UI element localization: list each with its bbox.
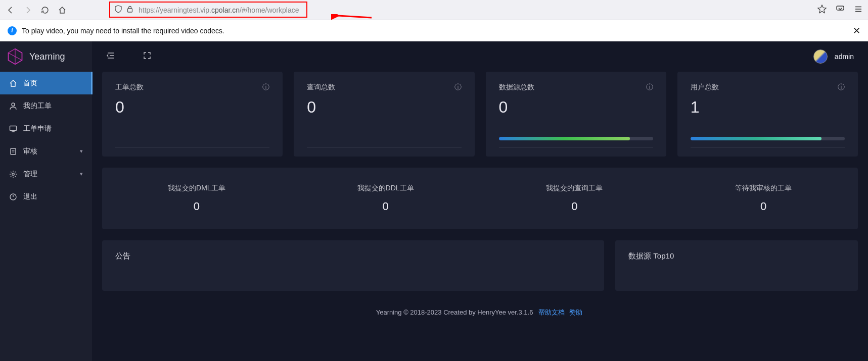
url-bar[interactable]: https://yearningtest.vip.cpolar.cn/#/hom… bbox=[114, 3, 801, 18]
url-text: https://yearningtest.vip.cpolar.cn/#/hom… bbox=[139, 6, 299, 14]
topbar: admin bbox=[92, 41, 868, 72]
lock-icon bbox=[126, 6, 133, 15]
summary-cell-query: 我提交的查询工单 0 bbox=[480, 184, 669, 213]
submission-summary-card: 我提交的DML工单 0 我提交的DDL工单 0 我提交的查询工单 0 等待我审核… bbox=[102, 168, 858, 229]
stat-title: 查询总数 bbox=[307, 83, 335, 92]
progress-fill bbox=[691, 137, 821, 140]
stat-card-queries: 查询总数 ⓘ 0 bbox=[294, 72, 474, 157]
back-button[interactable] bbox=[5, 5, 16, 16]
panel-title: 公告 bbox=[115, 251, 591, 261]
stat-title: 用户总数 bbox=[691, 83, 719, 92]
svg-rect-5 bbox=[11, 148, 16, 154]
bottom-panels-row: 公告 数据源 Top10 bbox=[102, 240, 858, 291]
info-icon: i bbox=[8, 26, 17, 35]
svg-point-3 bbox=[12, 103, 15, 106]
brand[interactable]: Yearning bbox=[0, 41, 92, 72]
pocket-icon[interactable] bbox=[836, 5, 845, 16]
dashboard-content: 工单总数 ⓘ 0 查询总数 ⓘ 0 数据源总数 bbox=[92, 72, 868, 361]
sidebar-item-label: 管理 bbox=[23, 170, 37, 179]
info-circle-icon[interactable]: ⓘ bbox=[262, 83, 269, 92]
logout-icon bbox=[9, 193, 17, 201]
summary-value: 0 bbox=[291, 200, 480, 213]
stat-cards-row: 工单总数 ⓘ 0 查询总数 ⓘ 0 数据源总数 bbox=[102, 72, 858, 157]
stat-title: 数据源总数 bbox=[499, 83, 534, 92]
summary-label: 我提交的DML工单 bbox=[102, 184, 291, 193]
chevron-down-icon: ▾ bbox=[80, 148, 83, 154]
top10-panel: 数据源 Top10 bbox=[615, 240, 858, 291]
browser-toolbar: https://yearningtest.vip.cpolar.cn/#/hom… bbox=[0, 0, 868, 20]
sidebar-item-apply[interactable]: 工单申请 bbox=[0, 117, 92, 140]
help-link[interactable]: 帮助文档 bbox=[538, 308, 565, 316]
sidebar-item-label: 退出 bbox=[23, 192, 37, 201]
stat-title: 工单总数 bbox=[115, 83, 144, 92]
summary-value: 0 bbox=[669, 200, 858, 213]
summary-cell-dml: 我提交的DML工单 0 bbox=[102, 184, 291, 213]
sidebar-item-audit[interactable]: 审核 ▾ bbox=[0, 140, 92, 163]
notice-panel: 公告 bbox=[102, 240, 604, 291]
home-icon bbox=[9, 79, 17, 87]
menu-icon[interactable] bbox=[854, 5, 863, 16]
summary-cell-ddl: 我提交的DDL工单 0 bbox=[291, 184, 480, 213]
sidebar-item-tickets[interactable]: 我的工单 bbox=[0, 94, 92, 117]
sidebar-item-logout[interactable]: 退出 bbox=[0, 185, 92, 208]
user-icon bbox=[9, 102, 17, 110]
progress-bar bbox=[691, 137, 845, 140]
summary-value: 0 bbox=[102, 200, 291, 213]
svg-rect-0 bbox=[128, 9, 132, 12]
stat-value: 0 bbox=[307, 98, 461, 117]
summary-value: 0 bbox=[480, 200, 669, 213]
app-root: Yearning 首页 我的工单 工单申请 审核 ▾ 管理 bbox=[0, 41, 868, 361]
brand-name: Yearning bbox=[29, 51, 65, 62]
stat-card-users: 用户总数 ⓘ 1 bbox=[677, 72, 858, 157]
reload-button[interactable] bbox=[39, 5, 51, 16]
sidebar-item-label: 工单申请 bbox=[23, 124, 52, 133]
progress-fill bbox=[499, 137, 630, 140]
username-label[interactable]: admin bbox=[835, 53, 854, 61]
stat-card-tickets: 工单总数 ⓘ 0 bbox=[102, 72, 283, 157]
sidebar-item-label: 我的工单 bbox=[23, 101, 52, 111]
close-icon[interactable]: ✕ bbox=[853, 25, 860, 36]
nav-menu: 首页 我的工单 工单申请 审核 ▾ 管理 ▾ 退出 bbox=[0, 72, 92, 361]
footer: Yearning © 2018-2023 Created by HenryYee… bbox=[102, 302, 858, 326]
sponsor-link[interactable]: 赞助 bbox=[569, 308, 582, 316]
summary-cell-pending: 等待我审核的工单 0 bbox=[669, 184, 858, 213]
progress-bar bbox=[499, 137, 653, 140]
sidebar-item-manage[interactable]: 管理 ▾ bbox=[0, 163, 92, 185]
info-circle-icon[interactable]: ⓘ bbox=[646, 83, 653, 92]
stat-value: 1 bbox=[691, 98, 845, 117]
info-circle-icon[interactable]: ⓘ bbox=[454, 83, 462, 92]
sidebar-item-label: 首页 bbox=[23, 79, 37, 88]
footer-text: Yearning © 2018-2023 Created by HenryYee… bbox=[376, 308, 533, 316]
sidebar: Yearning 首页 我的工单 工单申请 审核 ▾ 管理 bbox=[0, 41, 92, 361]
gear-icon bbox=[9, 170, 17, 178]
collapse-sidebar-icon[interactable] bbox=[106, 51, 115, 62]
divider bbox=[115, 147, 269, 147]
panel-title: 数据源 Top10 bbox=[628, 251, 845, 261]
divider bbox=[499, 147, 653, 147]
summary-label: 我提交的DDL工单 bbox=[291, 184, 480, 193]
divider bbox=[307, 147, 461, 147]
forward-button[interactable] bbox=[22, 5, 33, 16]
info-circle-icon[interactable]: ⓘ bbox=[838, 83, 845, 92]
monitor-icon bbox=[9, 125, 17, 133]
bookmark-icon[interactable] bbox=[817, 5, 827, 16]
home-button[interactable] bbox=[57, 5, 68, 16]
stat-value: 0 bbox=[115, 98, 269, 117]
summary-label: 等待我审核的工单 bbox=[669, 184, 858, 193]
sidebar-item-label: 审核 bbox=[23, 147, 37, 156]
sidebar-item-home[interactable]: 首页 bbox=[0, 72, 92, 94]
stat-value: 0 bbox=[499, 98, 653, 117]
svg-rect-4 bbox=[10, 126, 17, 130]
main-area: admin 工单总数 ⓘ 0 查询总数 ⓘ bbox=[92, 41, 868, 361]
chevron-down-icon: ▾ bbox=[80, 171, 83, 177]
clipboard-icon bbox=[9, 147, 17, 156]
divider bbox=[691, 147, 845, 147]
notification-text: To play video, you may need to install t… bbox=[22, 27, 224, 35]
summary-label: 我提交的查询工单 bbox=[480, 184, 669, 193]
brand-logo-icon bbox=[6, 47, 24, 66]
theme-toggle-icon[interactable] bbox=[813, 49, 828, 64]
fullscreen-icon[interactable] bbox=[143, 51, 151, 62]
shield-icon bbox=[114, 5, 122, 15]
stat-card-datasources: 数据源总数 ⓘ 0 bbox=[486, 72, 666, 157]
notification-bar: i To play video, you may need to install… bbox=[0, 20, 868, 41]
